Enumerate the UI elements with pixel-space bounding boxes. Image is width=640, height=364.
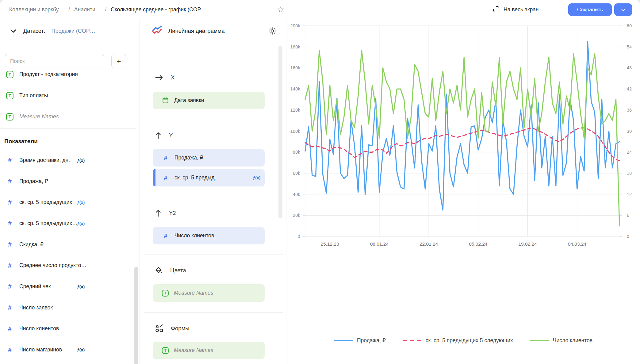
svg-text:120k: 120k bbox=[290, 108, 301, 113]
number-field-icon: # bbox=[6, 156, 13, 164]
divider bbox=[144, 198, 283, 198]
colors-field-chip[interactable]: T Measure Names bbox=[153, 284, 265, 302]
chip-accent-bar bbox=[153, 169, 155, 186]
measure-item[interactable]: # Среднее число продукто… bbox=[0, 255, 140, 276]
measure-item[interactable]: # Число клиентов bbox=[0, 318, 140, 339]
breadcrumb: Коллекции и воркбу… / Аналити… / Скользя… bbox=[9, 0, 206, 19]
number-field-icon: # bbox=[6, 304, 13, 311]
measure-item[interactable]: # Число магазинов ƒ(x) bbox=[0, 339, 140, 360]
y-field-chip-1[interactable]: # Продажа, ₽ bbox=[153, 149, 265, 167]
x-field-chip[interactable]: Дата заявки bbox=[153, 92, 265, 109]
formula-icon: ƒ(x) bbox=[77, 200, 85, 205]
save-button[interactable]: Сохранить bbox=[568, 3, 612, 16]
number-field-icon: # bbox=[6, 220, 13, 227]
y2-field-chip[interactable]: # Число клиентов bbox=[153, 227, 265, 244]
measures-list: # Время доставки, дн. ƒ(x) # Продажа, ₽ … bbox=[0, 150, 140, 360]
measure-label: Среднее число продукто… bbox=[19, 262, 86, 269]
chip-label: Дата заявки bbox=[174, 97, 204, 104]
y2-shelf-label: Y2 bbox=[155, 209, 176, 217]
chip-label: Продажа, ₽ bbox=[174, 155, 203, 161]
colors-shelf-label: Цвета bbox=[155, 266, 186, 274]
divider bbox=[144, 312, 283, 313]
number-field-icon: # bbox=[6, 262, 13, 269]
shapes-shelf-label: Формы bbox=[155, 324, 190, 333]
dimension-label: Тип оплаты bbox=[19, 92, 48, 99]
string-field-icon: T bbox=[6, 113, 13, 121]
legend-item-sales[interactable]: Продажа, ₽ bbox=[334, 337, 386, 344]
svg-text:22.01.24: 22.01.24 bbox=[420, 241, 438, 247]
fullscreen-button[interactable]: На весь экран bbox=[492, 0, 539, 19]
measures-heading: Показатели bbox=[4, 138, 38, 145]
svg-text:18: 18 bbox=[627, 171, 632, 176]
formula-icon: ƒ(x) bbox=[253, 175, 260, 180]
chart-config-panel: Линейная диаграмма X Дата заявки bbox=[140, 19, 286, 364]
divider bbox=[144, 121, 283, 121]
shapes-field-chip[interactable]: T Measure Names bbox=[153, 342, 265, 359]
legend-item-moving-average[interactable]: ск. ср. 5 предыдущих 5 следующих bbox=[403, 337, 513, 344]
calendar-icon bbox=[162, 97, 169, 104]
measure-label: Число заявок bbox=[19, 305, 53, 311]
measure-item[interactable]: # ск. ср. 5 предыдущих… ƒ(x) bbox=[0, 213, 140, 234]
dataset-name-link[interactable]: Продажи (COP… bbox=[52, 28, 95, 34]
svg-text:200k: 200k bbox=[290, 23, 301, 28]
svg-text:180k: 180k bbox=[290, 44, 301, 49]
x-shelf-label: X bbox=[155, 74, 174, 81]
svg-text:160k: 160k bbox=[290, 65, 301, 70]
breadcrumb-separator: / bbox=[68, 6, 70, 13]
measure-item[interactable]: # Время доставки, дн. ƒ(x) bbox=[0, 150, 140, 171]
number-field-icon: # bbox=[6, 199, 13, 206]
svg-text:12: 12 bbox=[627, 192, 632, 197]
string-field-icon: T bbox=[162, 290, 169, 297]
top-bar: Коллекции и воркбу… / Аналити… / Скользя… bbox=[0, 0, 640, 19]
y-field-chip-2[interactable]: # ск. ср. 5 предыд… ƒ(x) bbox=[153, 169, 265, 186]
chip-label: Measure Names bbox=[174, 347, 213, 354]
measure-item[interactable]: # Средний чек ƒ(x) bbox=[0, 276, 140, 297]
save-menu-button[interactable] bbox=[614, 3, 632, 16]
formula-icon: ƒ(x) bbox=[77, 347, 85, 352]
svg-text:42: 42 bbox=[627, 86, 632, 91]
divider bbox=[144, 255, 283, 255]
chart-type-title[interactable]: Линейная диаграмма bbox=[168, 28, 263, 34]
legend-line-sample bbox=[530, 340, 549, 341]
formula-icon: ƒ(x) bbox=[77, 158, 85, 163]
measure-item[interactable]: # Скидка, ₽ bbox=[0, 234, 140, 255]
chart-area[interactable]: 0020k640k1260k1880k24100k30120k36140k421… bbox=[287, 19, 640, 364]
dimension-item[interactable]: T Тип оплаты bbox=[0, 85, 140, 106]
save-button-group: Сохранить bbox=[568, 3, 632, 16]
measure-item[interactable]: # Число заявок bbox=[0, 297, 140, 318]
number-field-icon: # bbox=[6, 346, 13, 354]
dataset-header[interactable]: Датасет: Продажи (COP… bbox=[0, 19, 140, 43]
y-shelf-label: Y bbox=[155, 132, 173, 140]
svg-text:08.01.24: 08.01.24 bbox=[370, 241, 389, 247]
measure-item[interactable]: # ск. ср. 5 предыдущих ƒ(x) bbox=[0, 192, 140, 213]
page-title: Скользящее среднее - график (COP… bbox=[111, 6, 206, 13]
legend-item-clients[interactable]: Число клиентов bbox=[530, 337, 592, 344]
svg-text:36: 36 bbox=[627, 108, 632, 113]
svg-text:05.02.24: 05.02.24 bbox=[469, 241, 488, 247]
sidebar-scrollbar[interactable] bbox=[134, 267, 138, 364]
legend-line-sample bbox=[334, 340, 353, 341]
measure-item[interactable]: # Продажа, ₽ bbox=[0, 171, 140, 192]
svg-text:30: 30 bbox=[627, 129, 632, 134]
svg-text:19.02.24: 19.02.24 bbox=[518, 241, 537, 247]
svg-text:60: 60 bbox=[627, 23, 632, 28]
favorite-star-icon[interactable]: ☆ bbox=[277, 0, 284, 19]
breadcrumb-collections[interactable]: Коллекции и воркбу… bbox=[9, 6, 64, 13]
paint-bucket-icon bbox=[155, 266, 163, 274]
dimension-label: Measure Names bbox=[19, 113, 59, 120]
formula-icon: ƒ(x) bbox=[77, 221, 85, 226]
svg-text:6: 6 bbox=[627, 213, 629, 218]
chip-label: Число клиентов bbox=[174, 232, 214, 239]
string-field-icon: T bbox=[162, 347, 169, 354]
dimension-item[interactable]: T Measure Names bbox=[0, 106, 140, 127]
divider bbox=[0, 128, 136, 129]
chart-canvas[interactable]: 0020k640k1260k1880k24100k30120k36140k421… bbox=[287, 19, 640, 326]
gear-icon[interactable] bbox=[268, 26, 277, 36]
arrow-right-icon bbox=[155, 75, 163, 81]
chevron-down-icon bbox=[9, 27, 17, 35]
measure-label: Число клиентов bbox=[19, 325, 59, 332]
dimension-item[interactable]: T Продукт - подкатегория bbox=[0, 64, 140, 85]
breadcrumb-analytics[interactable]: Аналити… bbox=[74, 6, 101, 13]
panel-scrollbar[interactable] bbox=[278, 46, 282, 218]
measure-label: ск. ср. 5 предыдущих… bbox=[19, 220, 78, 227]
